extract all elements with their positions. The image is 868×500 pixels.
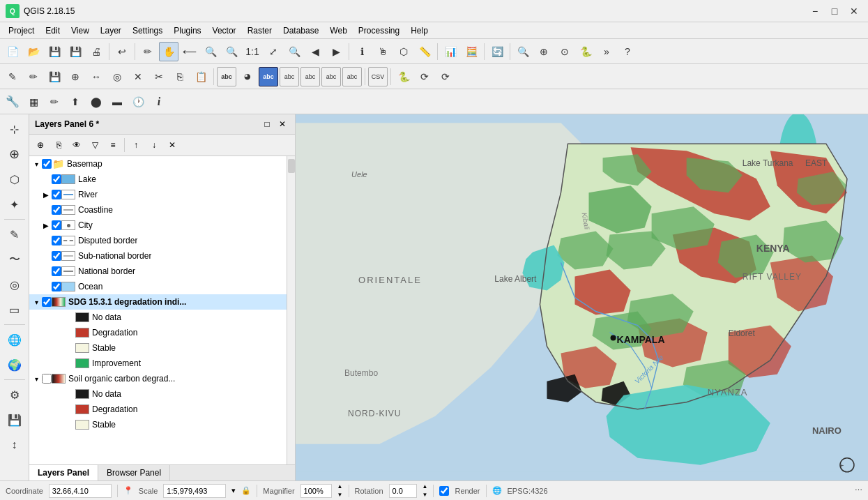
nav-check[interactable]: ✦ xyxy=(3,192,26,216)
soil-stable-row[interactable]: ▾ Stable xyxy=(29,417,287,432)
visibility-btn[interactable]: 👁 xyxy=(68,137,85,153)
minus-button[interactable]: ▬ xyxy=(107,92,127,112)
cut-features-button[interactable]: ✂ xyxy=(149,67,169,86)
identify2-button[interactable]: 🔍 xyxy=(513,42,533,61)
basemap-row[interactable]: ▾ 📁 Basemap xyxy=(29,156,287,172)
select-polygon-button[interactable]: ⬡ xyxy=(394,42,413,61)
sdg-degradation-row[interactable]: ▾ Degradation xyxy=(29,325,287,340)
info2-button[interactable]: i xyxy=(149,92,169,112)
save-layout-button[interactable]: 🖨 xyxy=(86,42,106,61)
refresh-button[interactable]: 🔄 xyxy=(487,42,507,61)
identify-button[interactable]: ℹ xyxy=(352,42,372,61)
remove-layer-btn[interactable]: ✕ xyxy=(164,137,181,153)
pencil-button[interactable]: ✏ xyxy=(45,92,64,112)
label-abc4-button[interactable]: abc xyxy=(300,67,320,86)
measure-button[interactable]: 📏 xyxy=(415,42,434,61)
scroll-thumb[interactable] xyxy=(288,159,295,173)
3d-btn[interactable]: ◕ xyxy=(238,67,257,86)
basemap-expand[interactable]: ▾ xyxy=(31,158,42,169)
tab-browser[interactable]: Browser Panel xyxy=(98,465,170,480)
wrench-button[interactable]: 🔧 xyxy=(3,92,22,112)
menu-plugins[interactable]: Plugins xyxy=(168,24,206,37)
nav-circle[interactable]: ◎ xyxy=(3,273,26,296)
menu-raster[interactable]: Raster xyxy=(242,24,277,37)
nav-curve[interactable]: 〜 xyxy=(3,248,26,271)
upload-button[interactable]: ⬆ xyxy=(66,92,85,112)
basemap-checkbox[interactable] xyxy=(42,159,52,169)
lake-row[interactable]: ▾ Lake xyxy=(29,172,287,187)
river-checkbox[interactable] xyxy=(52,190,61,199)
zoom-full-button[interactable]: ⤢ xyxy=(264,42,283,61)
save-edits-button[interactable]: 💾 xyxy=(45,67,64,86)
soil-expand[interactable]: ▾ xyxy=(31,373,42,384)
maximize-button[interactable]: □ xyxy=(826,4,843,18)
menu-help[interactable]: Help xyxy=(405,24,434,37)
menu-database[interactable]: Database xyxy=(277,24,324,37)
city-expand[interactable]: ▶ xyxy=(40,220,52,231)
map-area[interactable]: Uele ORIENTALE Lake Turkana EAST Lake Al… xyxy=(296,114,868,480)
pan-to-button[interactable]: ⟵ xyxy=(180,42,199,61)
minimize-button[interactable]: − xyxy=(807,4,823,18)
undo-button[interactable]: ↩ xyxy=(112,42,132,61)
zoom-in-button[interactable]: 🔍 xyxy=(201,42,220,61)
subnational-row[interactable]: ▾ Sub-national border xyxy=(29,248,287,264)
city-checkbox[interactable] xyxy=(52,220,61,230)
python2-button[interactable]: 🐍 xyxy=(394,67,413,86)
filter-btn[interactable]: ▽ xyxy=(86,137,103,153)
sdg-checkbox[interactable] xyxy=(42,297,52,307)
copy-features-button[interactable]: ⎘ xyxy=(170,67,190,86)
label-abc6-button[interactable]: abc xyxy=(342,67,362,86)
add-layer-btn[interactable]: ⊕ xyxy=(32,137,49,153)
move-down-btn[interactable]: ↓ xyxy=(146,137,162,153)
coastline-row[interactable]: ▾ Coastline xyxy=(29,202,287,218)
menu-web[interactable]: Web xyxy=(324,24,352,37)
national-row[interactable]: ▾ National border xyxy=(29,264,287,279)
nav-tool[interactable]: ⚙ xyxy=(3,383,26,407)
move-feature-button[interactable]: ↔ xyxy=(86,67,106,86)
sdg-row[interactable]: ▾ SDG 15.3.1 degradation indi... xyxy=(29,294,287,310)
nav-select[interactable]: ⊹ xyxy=(3,117,26,141)
coastline-checkbox[interactable] xyxy=(52,205,61,215)
layers-scrollbar[interactable] xyxy=(287,156,295,464)
epsg-label[interactable]: EPSG:4326 xyxy=(508,487,548,495)
ocean-row[interactable]: ▾ Ocean xyxy=(29,279,287,294)
save-project-button[interactable]: 💾 xyxy=(45,42,64,61)
coordinate-input[interactable] xyxy=(49,484,112,498)
new-project-button[interactable]: 📄 xyxy=(3,42,22,61)
help-button[interactable]: ? xyxy=(618,42,637,61)
soil-nodata-row[interactable]: ▾ No data xyxy=(29,386,287,402)
sdg-expand[interactable]: ▾ xyxy=(31,296,42,308)
sdg-stable-row[interactable]: ▾ Stable xyxy=(29,340,287,356)
status-info-icon[interactable]: ⋯ xyxy=(855,486,862,495)
menu-view[interactable]: View xyxy=(66,24,95,37)
layers2-button[interactable]: ⬤ xyxy=(86,92,106,112)
menu-settings[interactable]: Settings xyxy=(127,24,168,37)
python-button[interactable]: 🐍 xyxy=(576,42,595,61)
river-expand[interactable]: ▶ xyxy=(40,189,52,200)
delete-selected-button[interactable]: ✕ xyxy=(128,67,148,86)
magnifier-spin[interactable]: ▲ ▼ xyxy=(337,484,343,498)
lock-icon[interactable]: 🔒 xyxy=(241,486,251,495)
close-button[interactable]: ✕ xyxy=(846,4,862,18)
macro-button[interactable]: ⟳ xyxy=(415,67,434,86)
menu-vector[interactable]: Vector xyxy=(207,24,242,37)
field-calc-button[interactable]: 🧮 xyxy=(462,42,481,61)
zoom-out-button[interactable]: 🔍 xyxy=(222,42,241,61)
nav-save[interactable]: 💾 xyxy=(3,408,26,432)
river-row[interactable]: ▶ River xyxy=(29,187,287,202)
soil-row[interactable]: ▾ Soil organic carbon degrad... xyxy=(29,371,287,386)
soil-degradation-row[interactable]: ▾ Degradation xyxy=(29,402,287,417)
nav-points[interactable]: ⬡ xyxy=(3,167,26,191)
rotation-input[interactable] xyxy=(389,484,417,498)
csv-button[interactable]: CSV xyxy=(368,67,388,86)
buffer-button[interactable]: ⊙ xyxy=(555,42,574,61)
grid-button[interactable]: ▦ xyxy=(24,92,43,112)
pan-button[interactable]: ✋ xyxy=(159,42,178,61)
tab-layers[interactable]: Layers Panel xyxy=(29,465,98,480)
copy-layer-btn[interactable]: ⎘ xyxy=(50,137,67,153)
expand-toolbar-button[interactable]: » xyxy=(597,42,616,61)
zoom-actual-button[interactable]: 1:1 xyxy=(243,42,262,61)
clock-button[interactable]: 🕐 xyxy=(128,92,148,112)
menu-processing[interactable]: Processing xyxy=(353,24,405,37)
disputed-row[interactable]: ▾ Disputed border xyxy=(29,233,287,248)
